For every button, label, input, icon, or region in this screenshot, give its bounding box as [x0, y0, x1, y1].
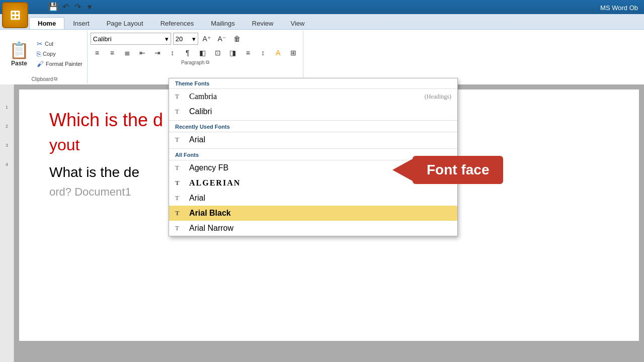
office-icon: ⊞ [10, 8, 21, 23]
multilevel-button[interactable]: ≣ [121, 47, 134, 59]
shading-button[interactable]: A [272, 47, 285, 59]
format-painter-icon: 🖌 [37, 60, 44, 68]
undo-button[interactable]: ↶ [60, 1, 71, 12]
callout-text: Font face [427, 162, 489, 177]
numbering-button[interactable]: ≡ [106, 47, 119, 59]
font-name-arialblack: Arial Black [189, 209, 231, 218]
font-t-icon-7: T [175, 209, 180, 217]
clipboard-items: 📋 Paste ✂ Cut ⎘ Copy 🖌 Format Painter [5, 32, 84, 75]
bullets-button[interactable]: ≡ [91, 47, 104, 59]
title-bar: MS Word Ob [0, 0, 644, 15]
paragraph-label: Paragraph [181, 60, 205, 65]
copy-button[interactable]: ⎘ Copy [35, 49, 84, 58]
font-hint-cambria: (Headings) [425, 93, 451, 101]
clipboard-small-btns: ✂ Cut ⎘ Copy 🖌 Format Painter [35, 32, 84, 75]
show-paragraph-button[interactable]: ¶ [181, 47, 194, 59]
justify-button[interactable]: ≡ [242, 47, 255, 59]
callout-tooltip: Font face [413, 156, 503, 184]
font-size-selector[interactable]: 20 ▾ [173, 33, 198, 45]
increase-font-size-button[interactable]: A⁺ [200, 33, 213, 45]
borders-button[interactable]: ⊞ [287, 47, 300, 59]
font-t-icon-6: T [175, 194, 179, 202]
font-item-arialnarrow[interactable]: Arial Narrow [169, 221, 457, 236]
tab-bar: Home Insert Page Layout References Maili… [0, 14, 644, 29]
font-size-value: 20 [176, 35, 183, 43]
font-item-calibri[interactable]: Calibri [169, 104, 457, 119]
font-item-arialblack[interactable]: Arial Black [169, 206, 457, 221]
tab-home[interactable]: Home [29, 17, 64, 29]
title-text: MS Word Ob [600, 4, 638, 12]
decrease-font-size-button[interactable]: A⁻ [215, 33, 228, 45]
font-t-icon-3: T [175, 136, 179, 144]
recently-used-header: Recently Used Fonts [169, 122, 457, 132]
align-right-button[interactable]: ◨ [226, 47, 239, 59]
copy-icon: ⎘ [37, 50, 41, 58]
paragraph-expand-icon[interactable]: ⧉ [206, 59, 209, 65]
align-center-button[interactable]: ⊡ [211, 47, 224, 59]
styles-area [303, 31, 642, 83]
font-t-icon-5: T [175, 179, 180, 187]
font-t-icon-8: T [175, 224, 179, 232]
font-item-arialnarrow-wrapper: T Arial Narrow [169, 221, 457, 236]
font-t-icon-4: T [175, 164, 179, 172]
increase-indent-button[interactable]: ⇥ [151, 47, 164, 59]
sort-button[interactable]: ↕ [166, 47, 179, 59]
font-group-label: Paragraph ⧉ [91, 59, 300, 66]
tab-review[interactable]: Review [244, 17, 282, 29]
cut-icon: ✂ [37, 40, 43, 48]
tab-mailings[interactable]: Mailings [202, 17, 244, 29]
tab-page-layout[interactable]: Page Layout [98, 17, 152, 29]
font-name-calibri: Calibri [189, 107, 212, 116]
separator-2 [169, 148, 457, 149]
clipboard-group: 📋 Paste ✂ Cut ⎘ Copy 🖌 Format Painter [2, 31, 88, 83]
ribbon: Home Insert Page Layout References Maili… [0, 14, 644, 84]
font-name-arial-all: Arial [189, 194, 205, 203]
font-t-icon: T [175, 93, 179, 101]
left-ruler: 1 2 3 4 [0, 84, 14, 362]
font-item-arial-all[interactable]: Arial [169, 191, 457, 206]
tab-references[interactable]: References [152, 17, 202, 29]
font-size-dropdown-icon: ▾ [192, 35, 196, 43]
clipboard-expand-icon[interactable]: ⧉ [54, 76, 57, 82]
font-format-row: ≡ ≡ ≣ ⇤ ⇥ ↕ ¶ ◧ ⊡ ◨ ≡ ↕ A ⊞ [91, 47, 300, 59]
font-name-agency: Agency FB [189, 163, 228, 172]
redo-button[interactable]: ↷ [72, 1, 83, 12]
cut-label: Cut [45, 41, 53, 47]
font-item-arialblack-wrapper: T Arial Black [169, 206, 457, 221]
cut-button[interactable]: ✂ Cut [35, 39, 84, 48]
format-painter-label: Format Painter [46, 61, 83, 67]
clear-formatting-button[interactable]: 🗑 [230, 33, 244, 45]
font-name-cambria: Cambria [189, 92, 217, 101]
font-item-cambria-wrapper: T Cambria (Headings) [169, 89, 457, 104]
font-item-arial-recent[interactable]: Arial [169, 132, 457, 147]
quick-access-toolbar: 💾 ↶ ↷ ▾ [48, 1, 95, 12]
tab-insert[interactable]: Insert [64, 17, 98, 29]
paste-button[interactable]: 📋 Paste [5, 32, 33, 75]
font-name-value: Calibri [93, 35, 112, 43]
format-painter-button[interactable]: 🖌 Format Painter [35, 59, 84, 68]
save-button[interactable]: 💾 [48, 1, 59, 12]
font-item-arial-recent-wrapper: T Arial [169, 132, 457, 147]
font-name-selector[interactable]: Calibri ▾ [91, 33, 171, 45]
font-name-arialnarrow: Arial Narrow [189, 224, 233, 233]
font-name-arial-recent: Arial [189, 135, 205, 144]
paste-icon: 📋 [9, 41, 29, 60]
font-item-cambria[interactable]: Cambria (Headings) [169, 89, 457, 104]
paste-label: Paste [11, 60, 27, 67]
ribbon-content: 📋 Paste ✂ Cut ⎘ Copy 🖌 Format Painter [0, 29, 644, 84]
office-button[interactable]: ⊞ [2, 2, 28, 28]
decrease-indent-button[interactable]: ⇤ [136, 47, 149, 59]
tab-view[interactable]: View [282, 17, 313, 29]
line-spacing-button[interactable]: ↕ [257, 47, 270, 59]
font-name-dropdown-icon: ▾ [165, 35, 169, 43]
font-group: Calibri ▾ 20 ▾ A⁺ A⁻ 🗑 ≡ ≡ ≣ ⇤ ⇥ ↕ ¶ ◧ [88, 31, 303, 83]
font-t-icon-2: T [175, 108, 179, 116]
font-item-calibri-wrapper: T Calibri [169, 104, 457, 119]
separator-1 [169, 120, 457, 121]
theme-fonts-header: Theme Fonts [169, 78, 457, 89]
align-left-button[interactable]: ◧ [196, 47, 209, 59]
customize-button[interactable]: ▾ [84, 1, 95, 12]
font-item-arial-all-wrapper: T Arial [169, 191, 457, 206]
clipboard-group-label: Clipboard ⧉ [5, 75, 84, 82]
font-selector-row: Calibri ▾ 20 ▾ A⁺ A⁻ 🗑 [91, 33, 300, 45]
